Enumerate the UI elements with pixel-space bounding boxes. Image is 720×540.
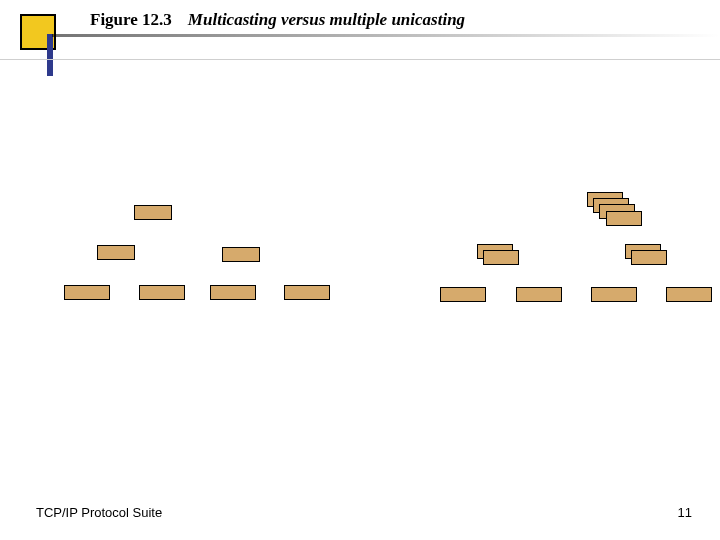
footer-text: TCP/IP Protocol Suite xyxy=(36,505,162,520)
diagram-node xyxy=(210,285,256,300)
diagram-node xyxy=(284,285,330,300)
header-divider xyxy=(0,59,720,60)
diagram-node xyxy=(606,211,642,226)
slide-title-row: Figure 12.3 Multicasting versus multiple… xyxy=(90,10,465,30)
slide-footer: TCP/IP Protocol Suite 11 xyxy=(36,505,692,520)
title-underline xyxy=(52,34,720,37)
diagram-node xyxy=(134,205,172,220)
figure-title: Multicasting versus multiple unicasting xyxy=(188,10,465,30)
diagram-node xyxy=(64,285,110,300)
page-number: 11 xyxy=(678,505,692,520)
diagram-node xyxy=(631,250,667,265)
diagram-node xyxy=(139,285,185,300)
diagram-node xyxy=(666,287,712,302)
diagram-node xyxy=(222,247,260,262)
diagram-node xyxy=(483,250,519,265)
diagram-node xyxy=(440,287,486,302)
diagram-node xyxy=(97,245,135,260)
diagram-node xyxy=(591,287,637,302)
diagram-node xyxy=(516,287,562,302)
slide-accent-side-bar xyxy=(47,34,53,76)
figure-label: Figure 12.3 xyxy=(90,10,172,30)
